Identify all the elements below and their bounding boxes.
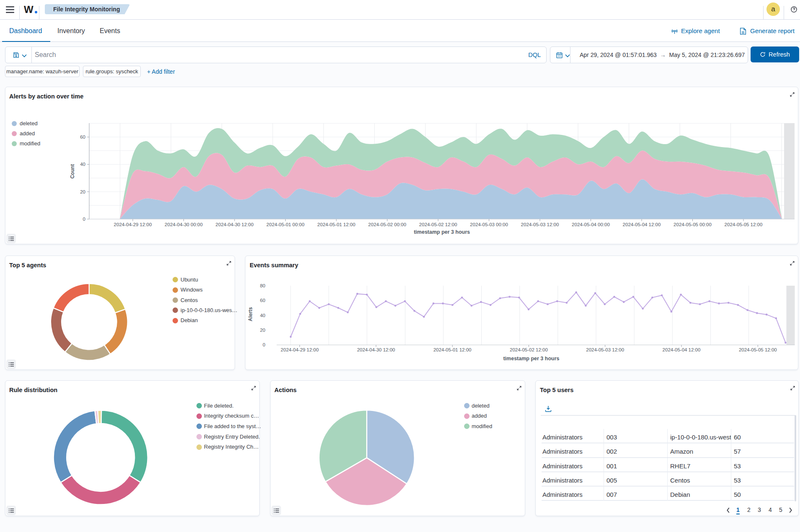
svg-text:2024-05-05 00:00: 2024-05-05 00:00 — [674, 222, 712, 227]
svg-text:2024-05-03 12:00: 2024-05-03 12:00 — [521, 222, 559, 227]
svg-text:2024-05-04 12:00: 2024-05-04 12:00 — [623, 222, 661, 227]
svg-text:2024-05-02 00:00: 2024-05-02 00:00 — [368, 222, 406, 227]
svg-text:40: 40 — [260, 313, 266, 318]
svg-text:2024-05-03 12:00: 2024-05-03 12:00 — [586, 347, 624, 352]
svg-text:2024-05-02 12:00: 2024-05-02 12:00 — [510, 347, 548, 352]
svg-text:2024-05-02 12:00: 2024-05-02 12:00 — [419, 222, 457, 227]
svg-text:2024-05-01 12:00: 2024-05-01 12:00 — [434, 347, 472, 352]
svg-text:80: 80 — [260, 283, 266, 288]
svg-text:2024-04-30 12:00: 2024-04-30 12:00 — [216, 222, 254, 227]
svg-text:60: 60 — [80, 134, 85, 139]
svg-text:2024-05-04 00:00: 2024-05-04 00:00 — [572, 222, 610, 227]
svg-text:40: 40 — [80, 162, 85, 167]
svg-text:2024-04-29 12:00: 2024-04-29 12:00 — [281, 347, 319, 352]
svg-text:20: 20 — [260, 328, 266, 333]
svg-text:2024-05-03 00:00: 2024-05-03 00:00 — [470, 222, 508, 227]
svg-text:2024-04-30 00:00: 2024-04-30 00:00 — [165, 222, 203, 227]
svg-text:2024-05-01 12:00: 2024-05-01 12:00 — [317, 222, 356, 227]
svg-text:2024-05-04 12:00: 2024-05-04 12:00 — [663, 347, 701, 352]
svg-text:20: 20 — [80, 189, 85, 194]
svg-text:60: 60 — [260, 298, 266, 303]
svg-text:0: 0 — [83, 217, 85, 222]
svg-text:2024-05-01 00:00: 2024-05-01 00:00 — [266, 222, 305, 227]
svg-text:2024-04-30 12:00: 2024-04-30 12:00 — [357, 347, 395, 352]
svg-text:2024-05-05 12:00: 2024-05-05 12:00 — [739, 347, 777, 352]
svg-text:timestamp per 3 hours: timestamp per 3 hours — [503, 356, 559, 362]
svg-text:Alerts: Alerts — [248, 307, 253, 321]
svg-text:2024-04-29 12:00: 2024-04-29 12:00 — [114, 222, 152, 227]
svg-text:Count: Count — [70, 164, 75, 179]
svg-text:2024-05-05 12:00: 2024-05-05 12:00 — [725, 222, 763, 227]
svg-text:timestamp per 3 hours: timestamp per 3 hours — [414, 229, 470, 235]
svg-text:0: 0 — [263, 342, 265, 347]
